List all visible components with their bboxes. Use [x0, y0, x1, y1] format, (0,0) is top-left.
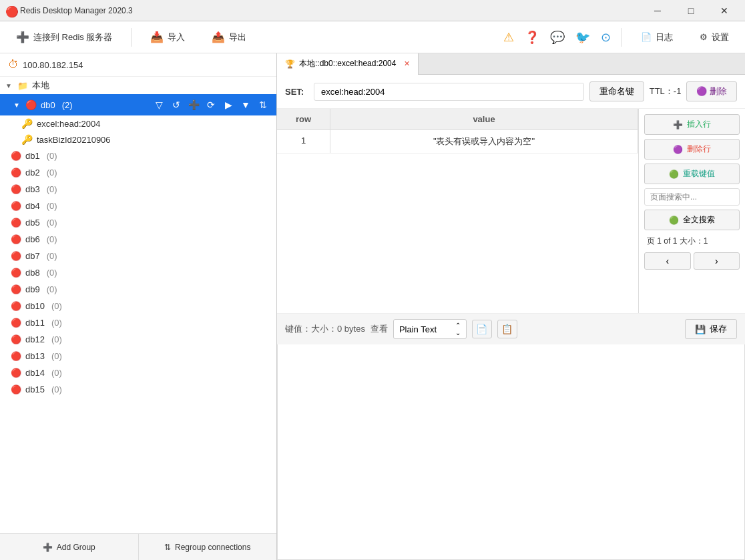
key-item-task[interactable]: 🔑 taskBizId20210906 — [0, 131, 276, 148]
sort-button[interactable]: ⇅ — [255, 97, 271, 113]
page-info: 页 1 of 1 大小：1 — [644, 234, 740, 248]
filter2-button[interactable]: ▼ — [238, 97, 254, 113]
server-connection[interactable]: ⏱ 100.80.182.154 — [0, 53, 276, 77]
page-search-input[interactable] — [644, 188, 740, 206]
ttl-label: TTL：-1 — [650, 85, 682, 97]
db3-icon: 🔴 — [11, 184, 21, 194]
table-main: row value 1 "表头有误或导入内容为空" — [277, 109, 638, 313]
delete-row-button[interactable]: 🟣 删除行 — [644, 139, 740, 160]
db5-item[interactable]: 🔴 db5 (0) — [0, 214, 276, 231]
row-number: 1 — [277, 130, 330, 153]
active-tab[interactable]: 🏆 本地::db0::excel:head:2004 ✕ — [277, 53, 419, 75]
db7-icon: 🔴 — [11, 251, 21, 261]
twitter-icon[interactable]: 🐦 — [575, 30, 590, 45]
copy-button[interactable]: 📄 — [472, 320, 492, 338]
db14-name: db14 — [25, 368, 45, 378]
key-item-excel[interactable]: 🔑 excel:head:2004 — [0, 115, 276, 131]
db14-item[interactable]: 🔴 db14 (0) — [0, 364, 276, 381]
fulltext-icon: 🟢 — [669, 216, 679, 225]
fulltext-search-button[interactable]: 🟢 全文搜索 — [644, 210, 740, 230]
expand-arrow-db0: ▼ — [13, 101, 21, 109]
db10-item[interactable]: 🔴 db10 (0) — [0, 298, 276, 314]
db3-item[interactable]: 🔴 db3 (0) — [0, 181, 276, 198]
db8-item[interactable]: 🔴 db8 (0) — [0, 264, 276, 281]
sidebar-tree: ▼ 📁 本地 ▼ 🔴 db0 (2) ▽ ↺ ➕ ⟳ ▶ — [0, 77, 276, 533]
server-ip: 100.80.182.154 — [23, 60, 83, 70]
db0-item[interactable]: ▼ 🔴 db0 (2) ▽ ↺ ➕ ⟳ ▶ ▼ ⇅ — [0, 94, 276, 115]
db10-name: db10 — [25, 301, 45, 311]
db2-count: (0) — [47, 168, 57, 178]
tab-close-icon[interactable]: ✕ — [404, 59, 410, 68]
db7-item[interactable]: 🔴 db7 (0) — [0, 248, 276, 264]
refresh-button[interactable]: ↺ — [168, 97, 184, 113]
db12-item[interactable]: 🔴 db12 (0) — [0, 331, 276, 348]
db6-name: db6 — [25, 234, 40, 244]
db13-name: db13 — [25, 351, 45, 361]
help-icon[interactable]: ❓ — [525, 30, 539, 45]
prev-page-button[interactable]: ‹ — [644, 252, 691, 270]
db1-item[interactable]: 🔴 db1 (0) — [0, 148, 276, 164]
rename-key-button[interactable]: 重命名键 — [589, 81, 644, 101]
local-node[interactable]: ▼ 📁 本地 — [0, 77, 276, 94]
delete-key-button[interactable]: 🟣 删除 — [686, 81, 737, 101]
db13-item[interactable]: 🔴 db13 (0) — [0, 348, 276, 364]
log-button[interactable]: 📄 日志 — [633, 27, 681, 47]
warning-icon[interactable]: ⚠ — [503, 30, 514, 45]
value-editor-area[interactable] — [277, 344, 745, 560]
import-button[interactable]: 📥 导入 — [142, 27, 193, 47]
view-mode-select[interactable]: Plain Text ⌃⌄ — [393, 319, 467, 339]
file-icon: 📋 — [501, 324, 513, 334]
db15-count: (0) — [51, 384, 62, 394]
settings-button[interactable]: ⚙ 设置 — [692, 27, 737, 47]
db0-icon: 🔴 — [25, 99, 37, 110]
key-name-input[interactable] — [314, 83, 584, 101]
connect-button[interactable]: ➕ 连接到 Redis 服务器 — [8, 27, 120, 47]
db0-name: db0 — [41, 100, 55, 110]
add-group-button[interactable]: ➕ Add Group — [0, 534, 139, 560]
import-label: 导入 — [168, 31, 185, 43]
db4-item[interactable]: 🔴 db4 (0) — [0, 198, 276, 214]
insert-row-button[interactable]: ➕ 插入行 — [644, 114, 740, 135]
db15-name: db15 — [25, 384, 45, 394]
db3-name: db3 — [25, 184, 40, 194]
log-icon: 📄 — [641, 32, 652, 42]
circle-icon[interactable]: ⊙ — [601, 30, 611, 45]
add-group-icon: ➕ — [43, 543, 53, 552]
db11-item[interactable]: 🔴 db11 (0) — [0, 314, 276, 331]
key-editor: SET: 重命名键 TTL：-1 🟣 删除 row value — [277, 75, 745, 560]
filter-button[interactable]: ▽ — [151, 97, 167, 113]
chat-icon[interactable]: 💬 — [550, 30, 565, 45]
db2-item[interactable]: 🔴 db2 (0) — [0, 164, 276, 181]
col-row: row — [277, 109, 330, 129]
console-button[interactable]: ▶ — [220, 97, 236, 113]
db6-item[interactable]: 🔴 db6 (0) — [0, 231, 276, 248]
local-label: 本地 — [32, 79, 49, 91]
table-header: row value — [277, 109, 638, 130]
insert-row-icon: ➕ — [673, 120, 683, 129]
save-button[interactable]: 💾 保存 — [685, 319, 737, 339]
db10-count: (0) — [51, 301, 62, 311]
table-row[interactable]: 1 "表头有误或导入内容为空" — [277, 130, 638, 154]
close-button[interactable]: ✕ — [709, 0, 740, 21]
reload-button[interactable]: ⟳ — [203, 97, 219, 113]
maximize-button[interactable]: □ — [676, 0, 706, 21]
regroup-label: Regroup connections — [175, 543, 250, 552]
db10-icon: 🔴 — [11, 301, 21, 311]
minimize-button[interactable]: ─ — [642, 0, 673, 21]
connect-icon: ➕ — [16, 31, 29, 43]
reload-key-button[interactable]: 🟢 重载键值 — [644, 164, 740, 184]
main-toolbar: ➕ 连接到 Redis 服务器 📥 导入 📤 导出 ⚠ ❓ 💬 🐦 ⊙ 📄 日志… — [0, 21, 745, 53]
db15-item[interactable]: 🔴 db15 (0) — [0, 381, 276, 398]
add-key-button[interactable]: ➕ — [186, 97, 202, 113]
db15-icon: 🔴 — [11, 384, 21, 394]
db12-count: (0) — [51, 334, 62, 344]
key-name-2: taskBizId20210906 — [37, 135, 111, 145]
file-button[interactable]: 📋 — [497, 320, 517, 338]
export-button[interactable]: 📤 导出 — [204, 27, 254, 47]
content-area: 🏆 本地::db0::excel:head:2004 ✕ SET: 重命名键 T… — [277, 53, 745, 560]
db9-item[interactable]: 🔴 db9 (0) — [0, 281, 276, 298]
next-page-button[interactable]: › — [694, 252, 740, 270]
regroup-button[interactable]: ⇅ Regroup connections — [139, 534, 277, 560]
key-header: SET: 重命名键 TTL：-1 🟣 删除 — [277, 75, 745, 109]
db4-icon: 🔴 — [11, 201, 21, 211]
